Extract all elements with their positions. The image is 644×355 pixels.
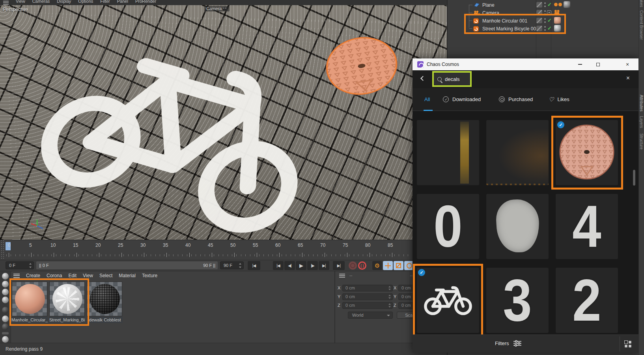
menu-view[interactable]: View xyxy=(16,0,25,4)
material-preset-icon[interactable] xyxy=(2,316,9,322)
manhole-decal-selected[interactable] xyxy=(320,30,403,101)
asset-tile-number-0[interactable]: 0 xyxy=(417,194,479,259)
menu-options[interactable]: Options xyxy=(78,0,93,4)
search-input[interactable]: decals xyxy=(432,71,472,87)
filters-button[interactable]: Filters xyxy=(495,340,521,347)
asset-tile-number-3[interactable]: 3 xyxy=(486,268,549,333)
material-preset-icon[interactable] xyxy=(2,323,9,330)
axis-label-x: X xyxy=(338,286,340,290)
current-frame-spinner[interactable]: 0 F xyxy=(6,261,34,269)
menu-cameras[interactable]: Cameras xyxy=(32,0,50,4)
tag-dot-icon[interactable] xyxy=(558,3,562,6)
tab-attributes[interactable]: Attributes xyxy=(639,95,644,111)
cosmos-scrollbar[interactable] xyxy=(633,170,635,186)
material-preset-icon[interactable] xyxy=(2,289,9,295)
viewport-menu-bar: View Cameras Display Options Filter Pane… xyxy=(0,0,447,5)
menu-panel[interactable]: Panel xyxy=(117,0,128,4)
next-key-button[interactable]: ▶| xyxy=(319,261,329,270)
prev-frame-button[interactable]: ◀| xyxy=(284,261,295,270)
coordinate-system-dropdown[interactable]: World xyxy=(348,312,393,319)
cosmos-window-title: Chaos Cosmos xyxy=(427,62,459,67)
material-menu-bar: Create Corona Edit View Select Material … xyxy=(13,273,157,278)
next-frame-button[interactable]: |▶ xyxy=(307,261,318,270)
visibility-dots-icon[interactable] xyxy=(544,2,546,7)
minimize-button[interactable] xyxy=(572,58,588,70)
timeline-grip[interactable] xyxy=(0,240,5,260)
edit-toggle-icon[interactable] xyxy=(536,2,542,8)
goto-start-button[interactable]: |◀ xyxy=(248,261,260,270)
record-keyframe-button[interactable] xyxy=(349,261,357,270)
material-menu-texture[interactable]: Texture xyxy=(142,273,157,278)
tag-dot-icon[interactable] xyxy=(554,3,558,6)
tab-downloaded[interactable]: ✓Downloaded xyxy=(443,96,481,102)
timeline-ruler[interactable]: 0 5 10 15 20 25 30 35 40 45 50 55 60 65 … xyxy=(0,240,447,260)
tab-takes[interactable]: Takes xyxy=(639,0,644,7)
status-bar: Rendering pass 9 xyxy=(0,343,413,355)
cosmos-title-bar[interactable]: Chaos Cosmos × xyxy=(413,58,638,70)
material-dock-separator xyxy=(2,332,9,334)
downloaded-check-icon: ✓ xyxy=(443,96,449,102)
viewport-3d[interactable]: Perspective Camera xyxy=(0,5,447,240)
bottom-bar-divider xyxy=(620,336,620,351)
material-preset-icon[interactable] xyxy=(2,273,9,280)
enabled-check-icon[interactable]: ✓ xyxy=(547,2,552,8)
tab-all[interactable]: All xyxy=(424,96,430,102)
asset-tile-number-2[interactable]: 2 xyxy=(556,268,618,333)
move-tool-button[interactable] xyxy=(383,261,393,270)
position-y-field[interactable]: 0 cm xyxy=(342,293,393,300)
position-z-field[interactable]: 0 cm xyxy=(342,302,393,309)
selected-badge-check-icon: ✓ xyxy=(418,269,425,276)
material-menu-material[interactable]: Material xyxy=(119,273,136,278)
material-name[interactable]: idewalk Cobblest xyxy=(86,317,123,323)
play-button[interactable]: ▶ xyxy=(296,261,306,270)
material-menu-select[interactable]: Select xyxy=(99,273,112,278)
back-icon[interactable] xyxy=(420,76,426,81)
grid-view-icon[interactable] xyxy=(624,340,631,347)
cosmos-bottom-bar: Filters xyxy=(413,334,638,353)
menu-prorender[interactable]: ProRender xyxy=(135,0,156,4)
material-menu-corona[interactable]: Corona xyxy=(47,273,62,278)
material-preset-icon[interactable] xyxy=(2,336,9,343)
autokey-button[interactable]: ( ) xyxy=(358,261,366,270)
tab-structure[interactable]: Structure xyxy=(639,133,644,150)
menu-display[interactable]: Display xyxy=(57,0,71,4)
coordinates-menu-icon[interactable] xyxy=(339,274,345,278)
end-frame-spinner[interactable]: 90 F xyxy=(220,261,244,269)
asset-tile-grime-blob[interactable] xyxy=(486,194,549,259)
material-menu-edit[interactable]: Edit xyxy=(68,273,77,278)
tab-likes[interactable]: ♡Likes xyxy=(549,96,569,102)
asset-tile-rust-streak[interactable] xyxy=(417,120,479,185)
material-menu-hamburger-icon[interactable] xyxy=(13,274,20,278)
maximize-button[interactable] xyxy=(590,58,606,70)
texture-tag-icon[interactable] xyxy=(564,1,570,8)
scale-tool-button[interactable] xyxy=(394,261,403,270)
frame-range-slider[interactable]: || 0 F 90 F || xyxy=(36,261,218,269)
asset-tile-rust-faint[interactable] xyxy=(486,120,549,185)
tab-purchased[interactable]: Purchased xyxy=(499,96,533,102)
clear-search-icon[interactable]: × xyxy=(626,75,630,82)
material-menu-create[interactable]: Create xyxy=(26,273,40,278)
move-icon xyxy=(385,263,391,269)
menu-hamburger-icon[interactable] xyxy=(3,1,9,5)
keyframe-settings-button[interactable]: ⚙ xyxy=(372,261,382,270)
heart-icon: ♡ xyxy=(549,97,554,102)
goto-end-button[interactable]: ▶| xyxy=(333,261,345,270)
material-preset-icon[interactable] xyxy=(2,281,9,287)
frame-label: 45 xyxy=(208,242,213,248)
asset-tile-number-4[interactable]: 4 xyxy=(556,194,618,259)
close-button[interactable]: × xyxy=(620,58,635,70)
material-menu-view[interactable]: View xyxy=(83,273,93,278)
prev-key-button[interactable]: |◀ xyxy=(273,261,284,270)
tab-content-browser[interactable]: Content Browser xyxy=(639,10,644,39)
material-preset-icon[interactable] xyxy=(2,297,9,303)
viewport-camera-label[interactable]: Camera xyxy=(204,6,230,11)
material-thumbnail-cobbles[interactable] xyxy=(87,282,122,316)
position-x-field[interactable]: 0 cm xyxy=(342,285,393,291)
material-preset-icon[interactable] xyxy=(2,307,9,314)
viewport-view-label[interactable]: Perspective xyxy=(3,7,28,12)
tab-layers[interactable]: Layers xyxy=(639,116,644,128)
object-row-plane[interactable]: Plane ✓ xyxy=(448,1,637,9)
filters-sliders-icon xyxy=(513,340,521,347)
menu-filter[interactable]: Filter xyxy=(100,0,110,4)
application-window: View Cameras Display Options Filter Pane… xyxy=(0,0,644,355)
